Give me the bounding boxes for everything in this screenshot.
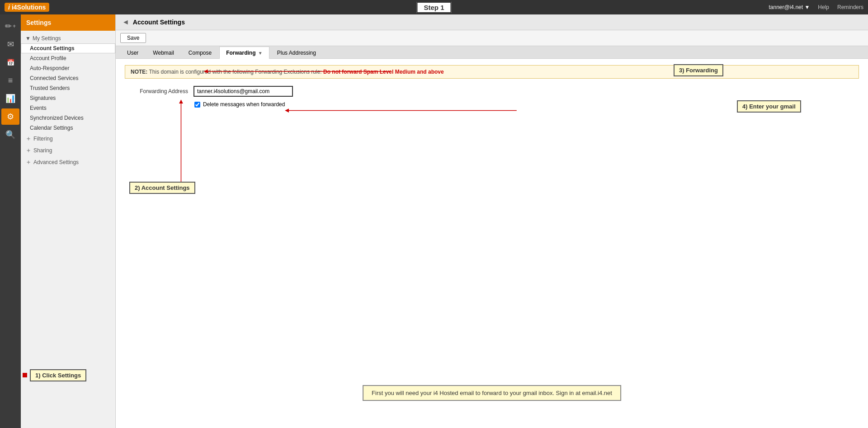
tabs: User Webmail Compose Forwarding ▼ Plus A… [116,46,868,59]
my-settings-section: ▼ My Settings Account Settings Account P… [21,31,115,171]
sidebar-item-signatures[interactable]: Signatures [21,93,115,103]
step3-callout: 3) Forwarding [674,64,723,76]
sidebar-title: Settings [21,14,115,31]
tab-forwarding-arrow: ▼ [258,51,263,56]
mail-icon: ✉ [7,39,14,49]
sidebar-item-trusted-senders[interactable]: Trusted Senders [21,83,115,93]
nav-compose-new[interactable]: ✏ + [1,18,19,34]
top-bar-left: i i4Solutions [5,3,49,12]
tab-compose[interactable]: Compose [182,47,218,59]
nav-mail[interactable]: ✉ [1,36,19,52]
annotation-lines [116,59,868,428]
sidebar: Settings ▼ My Settings Account Settings … [21,14,116,428]
tab-webmail[interactable]: Webmail [146,47,180,59]
sidebar-group-filtering[interactable]: ＋ Filtering [21,133,115,145]
stats-icon: 📊 [5,94,15,103]
nav-stats[interactable]: 📊 [1,90,19,107]
bottom-note: First you will need your i4 Hosted email… [363,385,621,401]
sidebar-item-calendar-settings[interactable]: Calendar Settings [21,123,115,133]
tab-plus-addressing[interactable]: Plus Addressing [270,47,323,59]
settings-icon: ⚙ [7,112,14,122]
collapse-button[interactable]: ◄ [122,18,129,26]
sidebar-item-account-profile[interactable]: Account Profile [21,53,115,63]
tab-user[interactable]: User [120,47,145,59]
search-icon: 🔍 [5,130,15,140]
step2-callout: 2) Account Settings [129,182,195,194]
plus-new-icon: + [13,23,16,29]
forwarding-address-input[interactable] [193,86,293,97]
icon-bar: ✏ + ✉ 📅 ≡ 📊 ⚙ 🔍 [0,14,21,428]
forwarding-address-label: Forwarding Address [125,88,188,94]
nav-feed[interactable]: ≡ [1,72,19,89]
plus-advanced-icon: ＋ [25,158,32,166]
sidebar-item-account-settings[interactable]: Account Settings [21,43,115,53]
sidebar-item-auto-responder[interactable]: Auto-Responder [21,63,115,73]
minus-icon: ▼ [25,35,31,42]
content-header: ◄ Account Settings [116,14,868,30]
delete-messages-label: Delete messages when forwarded [203,101,285,108]
logo-text: i4Solutions [12,4,46,11]
top-bar-right: tanner@i4.net ▼ Help Reminders [769,4,864,10]
nav-search[interactable]: 🔍 [1,127,19,143]
sidebar-group-advanced-settings[interactable]: ＋ Advanced Settings [21,156,115,168]
user-menu[interactable]: tanner@i4.net ▼ [769,4,810,10]
nav-calendar[interactable]: 📅 [1,54,19,71]
pencil-icon: ✏ [5,21,12,31]
logo[interactable]: i i4Solutions [5,3,49,12]
nav-settings[interactable]: ⚙ [1,108,19,125]
plus-filtering-icon: ＋ [25,135,32,143]
content-area: NOTE: This domain is configured with the… [116,59,868,428]
feed-icon: ≡ [8,76,13,85]
forwarding-address-row: Forwarding Address [125,86,859,97]
note-text: This domain is configured with the follo… [149,69,323,75]
note-box: NOTE: This domain is configured with the… [125,65,859,79]
sidebar-item-events[interactable]: Events [21,103,115,113]
sidebar-group-sharing[interactable]: ＋ Sharing [21,145,115,156]
top-bar: i i4Solutions Step 1 tanner@i4.net ▼ Hel… [0,0,868,14]
note-prefix: NOTE: [131,69,147,75]
tab-forwarding[interactable]: Forwarding ▼ [219,47,269,59]
step-label: Step 1 [416,2,451,13]
calendar-icon: 📅 [7,59,14,66]
plus-sharing-icon: ＋ [25,146,32,155]
sidebar-item-connected-services[interactable]: Connected Services [21,73,115,83]
main-content: ◄ Account Settings Save User Webmail Com… [116,14,868,428]
step3-annotation: 3) Forwarding [674,68,678,72]
content-header-title: Account Settings [133,19,185,26]
note-rule: Do not forward Spam Level Medium and abo… [323,69,444,75]
sidebar-item-synchronized-devices[interactable]: Synchronized Devices [21,113,115,123]
logo-icon: i [8,4,10,11]
help-menu[interactable]: Help [818,4,829,10]
delete-messages-checkbox[interactable] [194,102,200,108]
step4-annotation: 4) Enter your gmail [737,104,741,108]
step4-callout: 4) Enter your gmail [737,100,801,113]
step2-annotation: 2) Account Settings [129,185,134,190]
my-settings-label: My Settings [33,35,61,42]
toolbar: Save [116,30,868,46]
save-button[interactable]: Save [120,33,146,43]
main-layout: ✏ + ✉ 📅 ≡ 📊 ⚙ 🔍 Settings ▼ My Settings [0,14,868,428]
my-settings-header[interactable]: ▼ My Settings [21,33,115,43]
reminders-link[interactable]: Reminders [837,4,863,10]
